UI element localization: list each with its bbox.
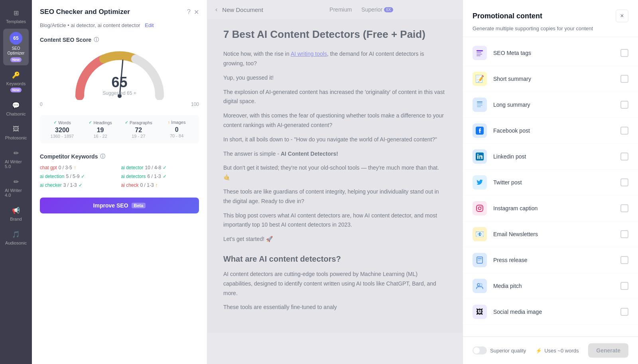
paragraphs-value: 72 xyxy=(121,127,156,134)
promo-item-linkedin[interactable]: Linkedin post xyxy=(463,144,638,170)
sidebar-label-audiosonic: Audiosonic xyxy=(5,241,27,245)
promo-item-instagram[interactable]: Instagram caption xyxy=(463,196,638,221)
instagram-icon xyxy=(473,201,487,215)
keywords-new-badge: New xyxy=(10,88,22,92)
press-release-checkbox[interactable] xyxy=(620,256,628,264)
words-check-icon: ✓ xyxy=(53,120,57,125)
email-label: Email Newsletters xyxy=(493,231,614,237)
gauge-score-display: 65 Suggested 65 + xyxy=(102,75,136,96)
promo-item-email[interactable]: 📧 Email Newsletters xyxy=(463,221,638,247)
sidebar-item-seo-optimizer[interactable]: 65 SEO Optimizer New xyxy=(3,29,29,65)
promo-title: Promotional content xyxy=(473,12,542,20)
promo-item-press-release[interactable]: Press release xyxy=(463,247,638,273)
keyword-ai-detector-check: ✓ xyxy=(163,165,167,170)
seo-edit-link[interactable]: Edit xyxy=(145,22,154,28)
promo-item-long-summary[interactable]: Long summary xyxy=(463,92,638,118)
improve-seo-button[interactable]: Improve SEO Beta xyxy=(40,198,199,213)
article-wrapper: ‹ New Document Premium Superior 6X 7 Bes… xyxy=(207,0,463,364)
press-release-label: Press release xyxy=(493,257,614,263)
gauge-labels: 0 100 xyxy=(40,102,199,107)
gauge-container: 65 Suggested 65 + 0 100 xyxy=(40,48,199,107)
keyword-ai-detectors-check: ✓ xyxy=(163,174,167,179)
linkedin-checkbox[interactable] xyxy=(620,153,628,160)
media-pitch-icon xyxy=(473,279,487,293)
sidebar-item-photosonic[interactable]: 🖼 Photosonic xyxy=(3,121,29,143)
svg-rect-7 xyxy=(477,103,482,104)
keyword-ai-check: ai check 0 / 1-3 ↑ xyxy=(121,182,199,188)
svg-rect-14 xyxy=(477,205,483,211)
superior-quality-toggle[interactable] xyxy=(473,346,487,354)
promo-subtitle: Generate multiple supporting copies for … xyxy=(473,25,593,31)
words-value: 3200 xyxy=(45,127,80,134)
generate-button[interactable]: Generate xyxy=(588,343,628,358)
images-range: 70 - 84 xyxy=(159,133,194,138)
main-area: SEO Checker and Optimizer ? ✕ Blog/Artic… xyxy=(32,0,638,364)
images-value: 0 xyxy=(159,126,194,133)
keyword-ai-checker-name: ai checker xyxy=(40,182,62,188)
seo-score-section-title: Content SEO Score ⓘ xyxy=(40,36,199,43)
short-summary-checkbox[interactable] xyxy=(620,75,628,83)
keywords-grid: chat gpt 0 / 3-5 ↑ ai detector 10 / 4-8 … xyxy=(40,165,199,188)
twitter-checkbox[interactable] xyxy=(620,178,628,186)
svg-rect-12 xyxy=(477,155,478,159)
long-summary-icon xyxy=(473,98,487,112)
sidebar-label-seo: SEO Optimizer xyxy=(5,46,27,56)
email-checkbox[interactable] xyxy=(620,230,628,238)
ai-writer4-icon: ✏ xyxy=(11,177,21,186)
short-summary-label: Short summary xyxy=(493,76,614,82)
paragraphs-range: 19 - 27 xyxy=(121,134,156,139)
linkedin-label: Linkedin post xyxy=(493,153,614,160)
instagram-checkbox[interactable] xyxy=(620,204,628,212)
sidebar-item-templates[interactable]: ⊞ Templates xyxy=(3,5,29,27)
photosonic-icon: 🖼 xyxy=(11,124,21,134)
linkedin-icon xyxy=(473,149,487,164)
sidebar-label-photosonic: Photosonic xyxy=(5,135,27,140)
social-image-checkbox[interactable] xyxy=(620,308,628,316)
quality-toggle[interactable]: Superior quality xyxy=(473,346,526,354)
seo-panel-header: SEO Checker and Optimizer ? ✕ xyxy=(40,8,199,16)
sidebar-label-templates: Templates xyxy=(6,19,26,24)
seo-new-badge: New xyxy=(10,57,22,62)
long-summary-label: Long summary xyxy=(493,102,614,108)
gauge-suggested: Suggested 65 + xyxy=(102,90,136,96)
promo-item-social-image[interactable]: 🖼 Social media image xyxy=(463,299,638,325)
keyword-ai-detector-name: ai detector xyxy=(121,165,144,170)
sidebar-item-keywords[interactable]: 🔑 Keywords New xyxy=(3,67,29,96)
headings-range: 16 - 22 xyxy=(83,134,118,139)
seo-help-button[interactable]: ? xyxy=(187,8,191,16)
keyword-ai-detection-name: ai detection xyxy=(40,174,64,179)
sidebar-label-ai-writer5: AI Writer 5.0 xyxy=(5,159,27,169)
score-info-icon: ⓘ xyxy=(94,36,99,43)
sidebar-item-ai-writer-5[interactable]: ✏ AI Writer 5.0 xyxy=(3,145,29,172)
quality-label: Superior quality xyxy=(490,348,526,354)
svg-rect-5 xyxy=(477,55,480,56)
svg-point-21 xyxy=(477,284,480,286)
media-pitch-checkbox[interactable] xyxy=(620,282,628,290)
seo-meta-checkbox[interactable] xyxy=(620,49,628,57)
promo-close-button[interactable]: × xyxy=(616,10,628,22)
promo-item-media-pitch[interactable]: Media pitch xyxy=(463,273,638,299)
sidebar-label-brand: Brand xyxy=(10,217,22,221)
facebook-icon xyxy=(473,123,487,138)
stat-headings: ✓Headings 19 16 - 22 xyxy=(83,120,118,139)
facebook-checkbox[interactable] xyxy=(620,127,628,135)
sidebar-item-chatsonic[interactable]: 💬 Chatsonic xyxy=(3,97,29,119)
promo-item-facebook[interactable]: Facebook post xyxy=(463,118,638,144)
headings-check-icon: ✓ xyxy=(89,120,92,125)
promo-item-seo-meta[interactable]: SEO Meta tags xyxy=(463,40,638,66)
keyword-ai-checker: ai checker 3 / 1-3 ✓ xyxy=(40,182,118,188)
sidebar-item-brand[interactable]: 📢 Brand xyxy=(3,202,29,225)
sidebar-item-ai-writer-4[interactable]: ✏ AI Writer 4.0 xyxy=(3,174,29,201)
stat-words: ✓Words 3200 1360 - 1897 xyxy=(45,120,80,139)
sidebar-item-audiosonic[interactable]: 🎵 Audiosonic xyxy=(3,226,29,249)
promo-item-short-summary[interactable]: 📝 Short summary xyxy=(463,66,638,92)
seo-close-button[interactable]: ✕ xyxy=(194,8,199,16)
keyword-chat-gpt: chat gpt 0 / 3-5 ↑ xyxy=(40,165,118,170)
seo-meta-info: Blog/Article • ai detector, ai content d… xyxy=(40,22,199,28)
long-summary-checkbox[interactable] xyxy=(620,101,628,109)
promo-item-twitter[interactable]: Twitter post xyxy=(463,170,638,196)
sidebar-label-chatsonic: Chatsonic xyxy=(6,112,26,116)
svg-point-13 xyxy=(477,154,478,155)
promo-footer: Superior quality ⚡ Uses ~0 words Generat… xyxy=(463,337,638,364)
seo-panel: SEO Checker and Optimizer ? ✕ Blog/Artic… xyxy=(32,0,207,364)
